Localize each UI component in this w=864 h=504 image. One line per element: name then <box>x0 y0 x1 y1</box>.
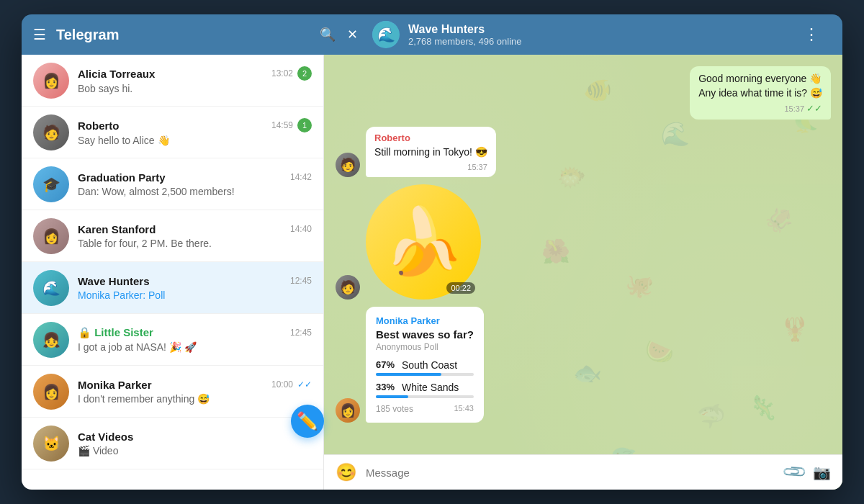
message-bubble-outgoing: Good morning everyone 👋Any idea what tim… <box>690 66 831 120</box>
msg-text: Still morning in Tokyo! 😎 <box>374 145 487 160</box>
chat-name-label: Roberto <box>78 120 120 132</box>
emoji-icon[interactable]: 😊 <box>336 462 357 482</box>
chat-time: 12:45 <box>290 276 312 286</box>
chat-time: 14:40 <box>290 224 312 234</box>
chat-name-label: Karen Stanford <box>78 223 156 235</box>
chat-avatar: 👧 <box>33 322 69 358</box>
chat-avatar: 👩 <box>33 63 69 99</box>
app-header: ☰ Telegram 🔍 ✕ 🌊 Wave Hunters 2,768 memb… <box>22 14 842 55</box>
poll-bubble: Monika Parker Best waves so far? Anonymo… <box>366 307 484 423</box>
chat-status-header: 2,768 members, 496 online <box>408 36 795 47</box>
chat-top-row: Wave Hunters 12:45 <box>78 275 312 287</box>
chat-preview: Monika Parker: Poll <box>78 289 312 301</box>
poll-sender-name: Monika Parker <box>376 315 474 326</box>
chat-input-bar: 😊 📎 📷 <box>324 454 842 490</box>
msg-time: 15:37 <box>784 104 804 113</box>
sidebar: 👩 Alicia Torreaux 13:02 2 Bob says hi. 🧑… <box>22 55 324 490</box>
poll-pct-1: 67% <box>376 359 397 370</box>
chat-item-sister[interactable]: 👧 🔒 Little Sister 12:45 I got a job at N… <box>22 314 323 366</box>
poll-time: 15:43 <box>454 404 474 414</box>
poll-votes: 185 votes <box>376 404 413 414</box>
poll-label-1: South Coast <box>402 359 457 371</box>
chat-item-roberto[interactable]: 🧑 Roberto 14:59 1 Say hello to Alice 👋 <box>22 107 323 158</box>
chat-content: Graduation Party 14:42 Dan: Wow, almost … <box>78 171 312 197</box>
sticker-sender-avatar: 🧑 <box>336 275 360 300</box>
chat-avatar: 🎓 <box>33 166 69 202</box>
chat-content: Cat Videos 🎬 Video <box>78 431 312 456</box>
msg-text: Good morning everyone 👋Any idea what tim… <box>698 72 822 100</box>
chat-name-label: Graduation Party <box>78 171 166 184</box>
chat-item-wave[interactable]: 🌊 Wave Hunters 12:45 Monika Parker: Poll <box>22 262 323 314</box>
chat-avatar: 👩 <box>33 218 69 254</box>
chat-content: Alicia Torreaux 13:02 2 Bob says hi. <box>78 66 312 94</box>
chat-preview: I don't remember anything 😅 <box>78 393 312 405</box>
chat-item-cat[interactable]: 🐱 Cat Videos 🎬 Video <box>22 418 323 469</box>
chat-time: 14:42 <box>290 172 312 182</box>
chat-info-header: Wave Hunters 2,768 members, 496 online <box>408 23 795 47</box>
chat-preview: Bob says hi. <box>78 83 312 94</box>
chat-top-row: Cat Videos <box>78 431 312 443</box>
chat-top-row: Alicia Torreaux 13:02 2 <box>78 66 312 81</box>
chat-top-row: Roberto 14:59 1 <box>78 118 312 132</box>
chat-item-monika[interactable]: 👩 Monika Parker 10:00 ✓✓ I don't remembe… <box>22 366 323 418</box>
chat-preview: Dan: Wow, almost 2,500 members! <box>78 186 312 197</box>
msg-meta: 15:37 ✓✓ <box>698 103 822 114</box>
poll-type: Anonymous Poll <box>376 342 474 352</box>
poll-footer: 185 votes 15:43 <box>376 404 474 414</box>
chat-name-label: Monika Parker <box>78 379 152 391</box>
chat-avatar: 👩 <box>33 374 69 410</box>
unread-badge: 1 <box>297 118 312 132</box>
read-tick: ✓✓ <box>806 103 822 114</box>
chat-time: 10:00 <box>271 379 293 390</box>
svg-text:🌊: 🌊 <box>377 26 395 43</box>
chat-avatar: 🌊 <box>33 270 69 306</box>
chat-content: 🔒 Little Sister 12:45 I got a job at NAS… <box>78 326 312 353</box>
camera-icon[interactable]: 📷 <box>813 464 831 481</box>
message-bubble-incoming: Roberto Still morning in Tokyo! 😎 15:37 <box>366 127 496 177</box>
search-icon[interactable]: 🔍 <box>320 27 336 42</box>
chat-avatar: 🐱 <box>33 426 69 462</box>
sender-avatar: 🧑 <box>336 153 360 177</box>
chat-top-row: 🔒 Little Sister 12:45 <box>78 326 312 339</box>
chat-preview: Table for four, 2 PM. Be there. <box>78 238 312 249</box>
msg-meta: 15:37 <box>374 163 487 171</box>
message-input[interactable] <box>366 467 776 479</box>
chat-name-header: Wave Hunters <box>408 23 795 36</box>
chat-name-label: Wave Hunters <box>78 275 149 287</box>
chat-content: Wave Hunters 12:45 Monika Parker: Poll <box>78 275 312 301</box>
chat-avatar-header: 🌊 <box>372 21 400 48</box>
more-icon[interactable]: ⋮ <box>804 25 819 44</box>
chat-item-alicia[interactable]: 👩 Alicia Torreaux 13:02 2 Bob says hi. <box>22 55 323 107</box>
chat-top-row: Graduation Party 14:42 <box>78 171 312 184</box>
chat-time: 14:59 <box>271 120 293 130</box>
sticker-timer: 00:22 <box>446 282 475 294</box>
sticker: 🍌 00:22 <box>366 184 481 300</box>
close-icon[interactable]: ✕ <box>347 27 358 42</box>
chat-preview: Say hello to Alice 👋 <box>78 135 312 146</box>
header-center: ✕ 🌊 Wave Hunters 2,768 members, 496 onli… <box>336 21 831 48</box>
chat-top-row: Monika Parker 10:00 ✓✓ <box>78 379 312 391</box>
poll-pct-2: 33% <box>376 382 397 392</box>
msg-time: 15:37 <box>467 163 487 171</box>
attach-icon[interactable]: 📎 <box>781 459 808 485</box>
compose-button[interactable]: ✏️ <box>291 405 324 438</box>
chat-item-graduation[interactable]: 🎓 Graduation Party 14:42 Dan: Wow, almos… <box>22 158 323 210</box>
poll-question: Best waves so far? <box>376 328 474 341</box>
chat-preview: 🎬 Video <box>78 445 312 456</box>
poll-message-row: 👩 Monika Parker Best waves so far? Anony… <box>336 307 831 423</box>
read-receipt: ✓✓ <box>297 379 312 390</box>
chat-content: Roberto 14:59 1 Say hello to Alice 👋 <box>78 118 312 146</box>
poll-label-2: White Sands <box>402 382 459 393</box>
app-container: ☰ Telegram 🔍 ✕ 🌊 Wave Hunters 2,768 memb… <box>22 14 842 490</box>
poll-sender-avatar: 👩 <box>336 398 360 423</box>
sticker-message: 🧑 🍌 00:22 <box>336 184 481 300</box>
chat-avatar: 🧑 <box>33 114 69 150</box>
chat-item-karen[interactable]: 👩 Karen Stanford 14:40 Table for four, 2… <box>22 210 323 262</box>
chat-content: Monika Parker 10:00 ✓✓ I don't remember … <box>78 379 312 405</box>
message-row-outgoing: Good morning everyone 👋Any idea what tim… <box>336 66 831 120</box>
hamburger-icon[interactable]: ☰ <box>33 26 46 43</box>
chat-messages: Good morning everyone 👋Any idea what tim… <box>324 55 842 454</box>
chat-time: 12:45 <box>290 328 312 338</box>
sender-name: Roberto <box>374 132 487 143</box>
poll-option-1: 67% South Coast <box>376 359 474 376</box>
